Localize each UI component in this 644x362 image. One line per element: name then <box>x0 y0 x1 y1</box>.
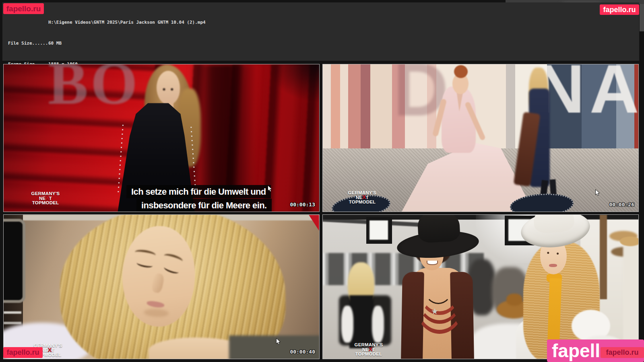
file-path: H:\Eigene Videos\GNTM 2025\Paris Jackson… <box>48 20 206 25</box>
paris-hair-bun <box>454 65 468 78</box>
frame3-scene <box>4 215 319 359</box>
subtitle-line-2: insbesondere für die Meere ein. <box>136 199 272 212</box>
brown-hat-crown <box>506 294 522 306</box>
watermark-top-right: fapello.ru <box>600 4 639 15</box>
gntm-logo: GERMANY'S NEXT TOPMODEL <box>351 343 386 356</box>
fur-sleeve-right <box>372 306 384 343</box>
file-size-line: File Size......60 MB <box>8 40 639 47</box>
gntm-logo: GERMANY'S NEXT TOPMODEL <box>28 191 63 205</box>
window-frame <box>4 219 25 303</box>
eyebrow-left <box>134 249 156 259</box>
timestamp: 00:00:13 <box>290 202 315 208</box>
watermark-bottom-left: fapello.ru <box>3 347 43 358</box>
softbox-left-panel <box>369 220 388 240</box>
video-frame-2: D NA GERMANY'S NEXT TOPMODEL 00:00:2 <box>322 64 639 212</box>
right-person-white <box>623 243 638 340</box>
gntm-line3: TOPMODEL <box>28 201 63 205</box>
closed-eye-left <box>136 260 153 268</box>
watermark-top-left: fapello.ru <box>3 3 44 14</box>
model-face-features <box>157 71 180 105</box>
lips <box>147 300 165 309</box>
eyebrow-right <box>163 252 184 264</box>
video-frame-3: GERMANY'S NEXT TOPMODEL 00:00:40 <box>3 214 320 359</box>
dark-clothing <box>229 335 319 359</box>
closed-eye-right <box>163 265 180 275</box>
corner-shadow <box>267 64 319 103</box>
media-info-panel: H:\Eigene Videos\GNTM 2025\Paris Jackson… <box>2 2 639 61</box>
timestamp: 00:00:40 <box>290 349 315 355</box>
file-path-line: H:\Eigene Videos\GNTM 2025\Paris Jackson… <box>8 19 639 26</box>
gntm-logo: GERMANY'S NEXT TOPMODEL <box>345 191 380 204</box>
chin-shadow <box>144 308 169 317</box>
frame4-scene <box>323 215 638 359</box>
boss-backdrop-letters: BO <box>48 64 140 113</box>
gown-vneck <box>442 86 476 153</box>
file-size-label: File Size...... <box>8 40 48 47</box>
contact-sheet: H:\Eigene Videos\GNTM 2025\Paris Jackson… <box>0 0 644 362</box>
watermark-bottom-right: fapello.ru <box>601 347 644 358</box>
nose-shadow <box>151 273 165 294</box>
black-hat-crown <box>417 215 460 243</box>
video-frame-4: GERMANY'S NEXT TOPMODEL <box>322 214 639 359</box>
vent-lines <box>4 311 21 314</box>
mouse-cursor-icon <box>595 189 600 196</box>
mouse-cursor-icon <box>276 338 281 345</box>
right-person-hat <box>620 237 638 246</box>
subtitle-line-1: Ich setze mich für die Umwelt und <box>126 185 271 198</box>
video-frame-1: BO Ich setze mich für die Umwelt und ins… <box>3 64 320 212</box>
woman-lips <box>549 264 557 267</box>
mouse-cursor-icon <box>267 185 272 192</box>
window-edge-right <box>640 4 644 31</box>
file-size-value: 60 MB <box>48 41 62 46</box>
gntm-line3: TOPMODEL <box>345 200 380 204</box>
gown-bodice <box>442 86 476 153</box>
timestamp: 00:00:26 <box>609 202 634 208</box>
man-smile <box>427 261 438 265</box>
gntm-line3: TOPMODEL <box>351 352 386 356</box>
necklace-strand-3 <box>415 276 464 334</box>
fur-sleeve-left <box>341 306 353 343</box>
model-face <box>157 71 180 105</box>
wood-post <box>600 215 607 299</box>
backdrop-letters-right: NA <box>535 64 638 123</box>
frame2-scene: D NA <box>323 64 638 212</box>
